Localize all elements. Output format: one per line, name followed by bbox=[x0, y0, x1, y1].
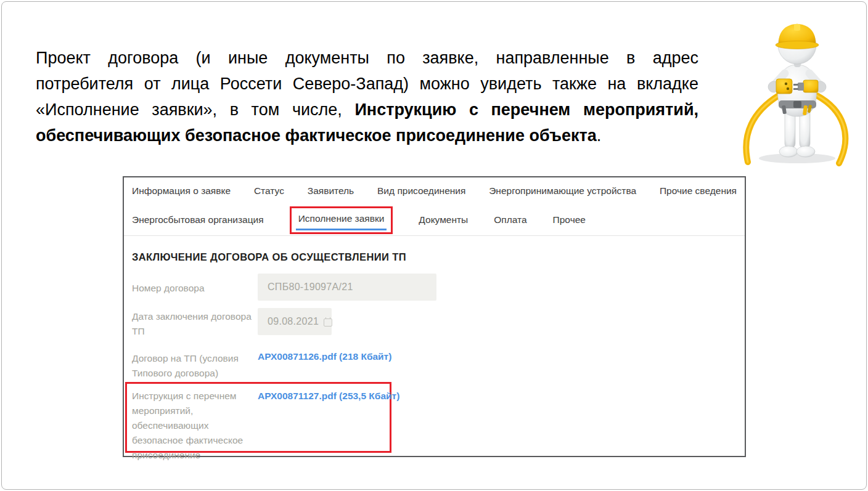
tab-other-info[interactable]: Прочие сведения bbox=[660, 185, 737, 197]
tab-power-devices[interactable]: Энергопринимающие устройства bbox=[489, 185, 636, 197]
field-label: Номер договора bbox=[132, 281, 253, 296]
tabs-row-primary: Информация о заявке Статус Заявитель Вид… bbox=[124, 177, 745, 205]
annotation-box-active-tab: Исполнение заявки bbox=[290, 206, 393, 234]
section-title: ЗАКЛЮЧЕНИЕ ДОГОВОРА ОБ ОСУЩЕСТВЛЕНИИ ТП bbox=[132, 251, 406, 263]
contract-file-link[interactable]: АРХ00871126.pdf (218 Кбайт) bbox=[258, 351, 391, 362]
field-label: Договор на ТП (условия Типового договора… bbox=[132, 351, 253, 381]
tab-request-execution[interactable]: Исполнение заявки bbox=[298, 213, 385, 224]
field-label: Дата заключения договора ТП bbox=[132, 309, 253, 339]
application-screenshot-panel: Информация о заявке Статус Заявитель Вид… bbox=[123, 176, 746, 457]
active-tab-underline bbox=[296, 229, 387, 230]
intro-paragraph: Проект договора (и иные документы по зая… bbox=[36, 45, 698, 148]
field-row-contract-file: Договор на ТП (условия Типового договора… bbox=[124, 350, 745, 381]
instruction-file-link[interactable]: АРХ00871127.pdf (253,5 Кбайт) bbox=[258, 391, 399, 402]
contract-date-value: 09.08.2021 bbox=[268, 316, 319, 327]
field-row-contract-number: Номер договора СПБ80-19097А/21 bbox=[124, 274, 745, 302]
tab-documents[interactable]: Документы bbox=[419, 214, 468, 225]
contract-date-input[interactable]: 09.08.2021 bbox=[258, 308, 332, 335]
intro-line-1: Проект договора (и иные документы по зая… bbox=[36, 45, 698, 71]
tab-connection-type[interactable]: Вид присоединения bbox=[377, 185, 465, 197]
contract-number-value: СПБ80-19097А/21 bbox=[268, 282, 353, 293]
field-row-contract-date: Дата заключения договора ТП 09.08.2021 bbox=[124, 308, 745, 336]
tab-payment[interactable]: Оплата bbox=[494, 214, 526, 225]
tabs-row-secondary: Энергосбытовая организация Исполнение за… bbox=[132, 205, 745, 235]
calendar-icon bbox=[324, 317, 324, 327]
tab-energy-sales-org[interactable]: Энергосбытовая организация bbox=[132, 214, 264, 225]
tab-status[interactable]: Статус bbox=[254, 185, 284, 197]
intro-line-3: «Исполнение заявки», в том числе, Инстру… bbox=[36, 97, 698, 123]
tab-misc[interactable]: Прочее bbox=[553, 214, 586, 225]
intro-line-2: потребителя от лица Россети Северо-Запад… bbox=[36, 71, 698, 97]
intro-line-4: обеспечивающих безопасное фактическое пр… bbox=[36, 123, 698, 148]
slide: Проект договора (и иные документы по зая… bbox=[1, 1, 867, 490]
annotation-box-instruction-field: Инструкция с перечнем мероприятий, обесп… bbox=[125, 382, 391, 453]
tab-request-info[interactable]: Информация о заявке bbox=[132, 185, 231, 197]
tab-applicant[interactable]: Заявитель bbox=[308, 185, 354, 197]
tabs-divider bbox=[124, 235, 745, 236]
contract-number-input[interactable]: СПБ80-19097А/21 bbox=[258, 274, 436, 301]
electrician-mascot-illustration bbox=[734, 8, 861, 167]
field-label: Инструкция с перечнем мероприятий, обесп… bbox=[132, 389, 249, 463]
